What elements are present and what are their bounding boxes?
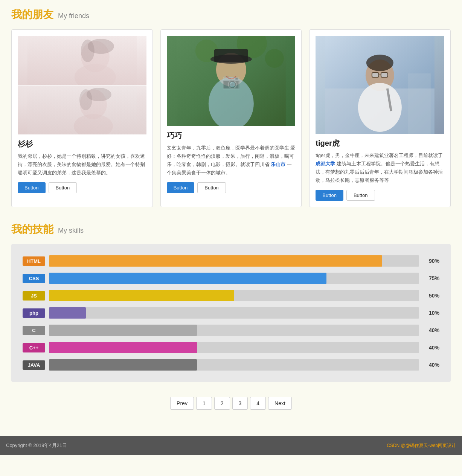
- skill-percent-css: 75%: [424, 275, 439, 281]
- svg-point-23: [366, 55, 393, 71]
- friends-section-header: 我的朋友 My friends: [11, 8, 451, 22]
- skill-bar-bg-css: [49, 273, 419, 284]
- skill-label-js: JS: [23, 291, 45, 301]
- next-button[interactable]: Next: [268, 397, 292, 410]
- page-wrapper: 我的朋友 My friends: [0, 0, 462, 429]
- svg-point-13: [265, 49, 284, 68]
- svg-point-3: [88, 39, 114, 54]
- skill-bar-bg-php: [49, 307, 419, 319]
- skill-bar-bg-js: [49, 290, 419, 301]
- friends-section: 我的朋友 My friends: [11, 8, 451, 207]
- photo-top-1: [18, 36, 146, 85]
- friend-buttons-3: Button Button: [316, 190, 444, 201]
- skill-bar-fill-c: [49, 325, 197, 336]
- svg-rect-0: [27, 36, 137, 85]
- page-button-1[interactable]: 1: [196, 397, 212, 410]
- friends-title-en: My friends: [58, 12, 89, 20]
- svg-point-22: [358, 83, 402, 132]
- svg-rect-17: [214, 49, 248, 62]
- svg-rect-24: [372, 73, 379, 77]
- skill-percent-c: 40%: [424, 327, 439, 333]
- skills-section: 我的技能 My skills HTML90%CSS75%JS50%php10%C…: [11, 222, 451, 382]
- skill-bar-fill-html: [49, 255, 382, 267]
- friends-title-cn: 我的朋友: [11, 8, 53, 22]
- svg-point-2: [75, 64, 116, 85]
- svg-rect-5: [27, 85, 137, 134]
- skill-row-js: JS50%: [23, 290, 439, 301]
- friend-card-1: 杉杉 我的邻居，杉杉，她是一个特别精致，讲究的女孩，喜欢逛街，漂亮的衣服，美味的…: [11, 29, 153, 207]
- person-image-1b: [18, 85, 146, 134]
- friend-btn2-1[interactable]: Button: [49, 182, 77, 193]
- skill-label-c: C: [23, 326, 45, 335]
- footer-copyright: Copyright © 2019年4月21日: [6, 442, 67, 449]
- footer: Copyright © 2019年4月21日 CSDN @@码住夏天-web网页…: [0, 436, 462, 455]
- person-image-2: [167, 36, 296, 126]
- friend-btn1-1[interactable]: Button: [18, 182, 46, 193]
- skill-bar-fill-java: [49, 359, 197, 371]
- page-button-2[interactable]: 2: [214, 397, 230, 410]
- skill-bar-fill-php: [49, 307, 86, 319]
- highlight-leshanshi: 乐山市: [271, 162, 285, 167]
- skill-label-php: php: [23, 308, 45, 318]
- friend-card-2: 巧巧 文艺女青年，九零后，双鱼座，医学界最不着调的医学生 爱好：各种奇奇怪怪的汉…: [160, 29, 302, 207]
- skill-bar-fill-css: [49, 273, 326, 284]
- friend-btn2-3[interactable]: Button: [346, 190, 375, 201]
- photo-container-3: [316, 36, 444, 134]
- skill-label-css: CSS: [23, 274, 45, 283]
- page-button-4[interactable]: 4: [250, 397, 266, 410]
- skill-bar-bg-c++: [49, 342, 419, 353]
- skill-percent-java: 40%: [424, 362, 439, 368]
- skill-row-html: HTML90%: [23, 255, 439, 267]
- friend-desc-1: 我的邻居，杉杉，她是一个特别精致，讲究的女孩，喜欢逛街，漂亮的衣服，美味的食物都…: [18, 152, 146, 177]
- friend-card-3: tiger虎 tiger虎，男，金牛座，未来建筑业著名工程师，目前就读于 成都大…: [309, 29, 451, 207]
- friend-name-2: 巧巧: [167, 131, 296, 141]
- skill-row-java: JAVA40%: [23, 359, 439, 371]
- friend-desc-3: tiger虎，男，金牛座，未来建筑业著名工程师，目前就读于 成都大学 建筑与土木…: [316, 151, 444, 185]
- skill-row-c: C40%: [23, 325, 439, 336]
- svg-rect-25: [381, 73, 388, 77]
- skill-percent-js: 50%: [424, 293, 439, 299]
- friend-btn1-3[interactable]: Button: [316, 190, 343, 201]
- friend-btn1-2[interactable]: Button: [167, 182, 195, 193]
- skill-row-php: php10%: [23, 307, 439, 319]
- friends-grid: 杉杉 我的邻居，杉杉，她是一个特别精致，讲究的女孩，喜欢逛街，漂亮的衣服，美味的…: [11, 29, 451, 207]
- skill-label-c++: C++: [23, 343, 45, 352]
- skill-label-java: JAVA: [23, 360, 45, 370]
- svg-point-6: [80, 89, 107, 119]
- skill-row-css: CSS75%: [23, 273, 439, 284]
- skill-bar-fill-js: [49, 290, 234, 301]
- photo-split-1: [18, 36, 146, 134]
- skill-bar-bg-java: [49, 359, 419, 371]
- skill-row-c++: C++40%: [23, 342, 439, 353]
- skill-label-html: HTML: [23, 256, 45, 266]
- svg-rect-20: [408, 73, 431, 134]
- skills-title-cn: 我的技能: [11, 222, 53, 236]
- person-image-1a: [18, 36, 146, 85]
- skill-bar-bg-html: [49, 255, 419, 267]
- friend-btn2-2[interactable]: Button: [197, 182, 226, 193]
- friend-buttons-1: Button Button: [18, 182, 146, 193]
- page-button-3[interactable]: 3: [232, 397, 248, 410]
- svg-point-1: [81, 41, 110, 72]
- skill-percent-html: 90%: [424, 258, 439, 264]
- pagination: Prev 1 2 3 4 Next: [11, 397, 451, 410]
- footer-credit: CSDN @@码住夏天-web网页设计: [387, 442, 456, 449]
- skills-section-header: 我的技能 My skills: [11, 222, 451, 236]
- skill-bar-bg-c: [49, 325, 419, 336]
- svg-point-7: [74, 114, 113, 134]
- svg-point-4: [81, 40, 95, 62]
- friend-name-3: tiger虎: [316, 138, 444, 148]
- friend-desc-2: 文艺女青年，九零后，双鱼座，医学界最不着调的医学生 爱好：各种奇奇怪怪的汉服，发…: [167, 144, 296, 177]
- person-image-3: [316, 36, 444, 134]
- friend-name-1: 杉杉: [18, 139, 146, 149]
- skill-bar-fill-c++: [49, 342, 197, 353]
- photo-bottom-1: [18, 85, 146, 134]
- prev-button[interactable]: Prev: [170, 397, 194, 410]
- svg-point-8: [87, 88, 111, 101]
- photo-container-2: [167, 36, 296, 126]
- friend-buttons-2: Button Button: [167, 182, 296, 193]
- skills-title-en: My skills: [58, 227, 84, 235]
- highlight-chengdu-univ: 成都大学: [316, 161, 335, 166]
- photo-container-1: [18, 36, 146, 134]
- skill-percent-c++: 40%: [424, 345, 439, 351]
